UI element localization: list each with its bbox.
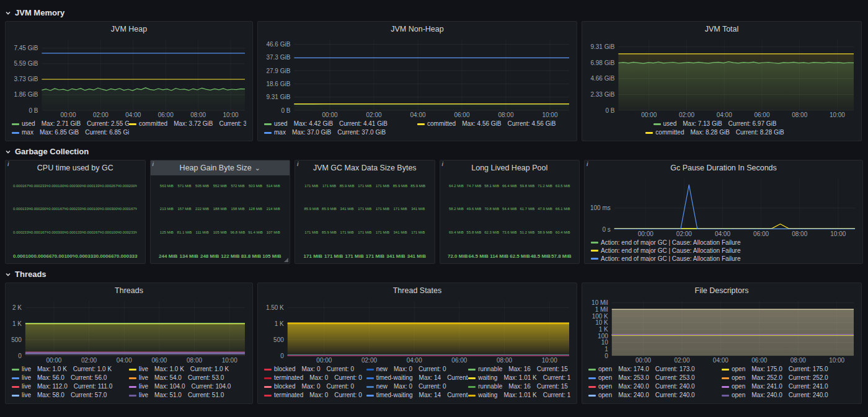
series-current: Current: 240.0 [655,382,695,391]
stat-value: 552 MiB [211,184,229,188]
file-descriptors-chart[interactable]: 01101001 K10 K100 K1 Mil10 Mil00:0002:00… [586,298,857,364]
panel-header[interactable]: CPU time used by GC [6,160,145,175]
legend-item[interactable]: liveMax: 58.0Current: 57.0 [12,391,129,400]
gc-pause-chart[interactable]: 0 s100 ms00:0002:0004:0006:0008:0010:00 [588,175,859,238]
legend-item[interactable]: timed-waitingMax: 14Current: 13 [366,391,469,400]
stat-value: 0.000267% [84,230,102,234]
legend-item[interactable]: liveMax: 1.0 KCurrent: 1.0 K [12,365,129,374]
legend-item[interactable]: usedMax: 7.13 GiBCurrent: 6.97 GiB [653,120,777,128]
info-icon[interactable]: i [442,161,444,167]
stat-value: 157 MiB [175,207,193,211]
stat-value: 111 MiB [193,230,211,234]
section-header-garbage-collection[interactable]: Garbage Collection [5,143,863,160]
legend-item[interactable]: liveMax: 1.0 KCurrent: 1.0 K [129,365,246,374]
legend-item[interactable]: openMax: 240.0Current: 240.0 [588,382,722,391]
legend-item[interactable]: blockedMax: 0Current: 0 [264,365,366,374]
series-color-swatch [722,386,729,388]
stat-value: 0.000233% [31,184,49,188]
series-max: Max: 240.0 [618,391,649,400]
legend-item[interactable]: committedMax: 8.28 GiBCurrent: 8.28 GiB [645,128,784,137]
svg-text:02:00: 02:00 [676,230,692,237]
stat-row: 58.2 MiB49.6 MiB70.8 MiB54.4 MiB61.7 MiB… [448,207,572,211]
legend-item[interactable]: Action: end of major GC | Cause: Allocat… [591,255,856,261]
info-icon[interactable]: i [7,161,9,167]
legend-item[interactable]: openMax: 175.0Current: 175.0 [722,365,855,374]
series-current: Current: 13 [447,391,468,400]
legend-item[interactable]: openMax: 241.0Current: 241.0 [722,382,855,391]
legend-item[interactable]: liveMax: 104.0Current: 104.0 [129,382,246,391]
panel-header[interactable]: File Descriptors [582,283,861,298]
series-name: open [732,391,745,400]
svg-text:0 s: 0 s [602,226,610,233]
info-icon[interactable]: i [153,161,154,167]
legend-item[interactable]: waitingMax: 1.01 KCurrent: 1.01 K [468,374,570,382]
legend-item[interactable]: liveMax: 56.0Current: 56.0 [12,374,129,382]
panel-header[interactable]: JVM Total [582,22,861,37]
svg-text:27.9 GiB: 27.9 GiB [266,68,290,74]
legend-item[interactable]: committedMax: 4.56 GiBCurrent: 4.56 GiB [417,120,570,128]
legend-item[interactable]: committedMax: 3.72 GiBCurrent: 3.72 GiB [129,120,246,128]
legend-item[interactable]: Action: end of major GC | Cause: Allocat… [591,239,856,247]
svg-text:0 B: 0 B [281,107,290,114]
legend-item[interactable]: newMax: 0Current: 0 [366,365,469,374]
panel-header[interactable]: JVM Heap [6,22,252,37]
legend-item[interactable]: runnableMax: 16Current: 15 [468,365,570,374]
legend-item[interactable]: Action: end of major GC | Cause: Allocat… [591,247,856,255]
legend-item[interactable]: terminatedMax: 0Current: 0 [264,374,366,382]
legend-item[interactable]: openMax: 174.0Current: 173.0 [588,365,722,374]
info-icon[interactable]: i [297,161,299,167]
jvm-heap-chart[interactable]: 0 B1.86 GiB3.73 GiB5.59 GiB7.45 GiB00:00… [9,37,249,119]
series-name: waiting [478,391,497,400]
stat-value: 85.9 MiB [321,230,339,234]
legend-item[interactable]: liveMax: 112.0Current: 111.0 [12,382,129,391]
legend-item[interactable]: runnableMax: 16Current: 15 [468,382,570,391]
panel-title: CPU time used by GC [37,164,113,172]
stat-value: 0.000300% [102,207,120,211]
thread-states-chart[interactable]: 05001 K1.50 K00:0002:0004:0006:0008:0010… [262,298,573,364]
panel-header[interactable]: Thread States [258,283,577,298]
section-header-threads[interactable]: Threads [5,265,863,283]
panel-header[interactable]: Gc Pause Duration In Seconds [585,160,862,175]
legend: blockedMax: 0Current: 0newMax: 0Current:… [262,364,573,402]
series-name: blocked [274,382,295,391]
panel-header[interactable]: JVM Non-Heap [258,22,577,37]
legend-item[interactable]: maxMax: 37.0 GiBCurrent: 37.0 GiB [264,128,417,137]
legend-item[interactable]: terminatedMax: 0Current: 0 [264,391,366,400]
svg-text:0 B: 0 B [29,107,38,114]
stat-value: 171 MiB [356,230,374,234]
threads-chart[interactable]: 05001 K2 K00:0002:0004:0006:0008:0010:00 [9,298,249,364]
legend-item[interactable]: maxMax: 6.85 GiBCurrent: 6.85 GiB [12,128,129,137]
legend-item[interactable]: usedMax: 2.71 GiBCurrent: 2.55 GiB [12,120,129,128]
row-threads: Threads 05001 K2 K00:0002:0004:0006:0008… [5,283,863,404]
info-icon[interactable]: i [587,161,588,167]
section-header-jvm-memory[interactable]: JVM Memory [5,4,863,21]
svg-text:1: 1 [604,346,608,353]
legend-item[interactable]: liveMax: 54.0Current: 53.0 [129,374,246,382]
jvm-non-heap-chart[interactable]: 0 B9.31 GiB18.6 GiB27.9 GiB37.3 GiB46.6 … [262,37,573,119]
legend-item[interactable]: openMax: 253.0Current: 253.0 [588,374,722,382]
legend-item[interactable]: blockedMax: 0Current: 0 [264,382,366,391]
legend-item[interactable]: openMax: 240.0Current: 240.0 [588,391,722,400]
section-title: Threads [15,270,46,279]
panel-header[interactable]: Threads [6,283,252,298]
series-max: Max: 0 [394,382,412,391]
legend-item[interactable]: liveMax: 51.0Current: 51.0 [129,391,246,400]
series-color-swatch [366,369,374,371]
legend-item[interactable]: newMax: 0Current: 0 [366,382,469,391]
panel-header[interactable]: JVM GC Max Data Size Bytes [295,160,435,175]
panel-header[interactable]: Heap Gain Byte Size ⌄ [151,160,290,175]
stat-row: 125 MiB81.1 MiB111 MiB105 MiB96.8 MiB91.… [158,230,283,234]
legend-item[interactable]: waitingMax: 1.01 KCurrent: 1.01 K [468,391,570,400]
stat-value: 0.000300% [48,230,66,234]
series-current: Current: 56.0 [71,374,107,382]
panel-header[interactable]: Long Lived Heap Pool [440,160,580,175]
legend-item[interactable]: timed-waitingMax: 14Current: 13 [366,374,469,382]
series-max: Max: 175.0 [751,365,782,374]
panel-resize-handle[interactable] [284,258,288,262]
legend-item[interactable]: openMax: 240.0Current: 240.0 [722,391,855,400]
series-color-swatch [468,369,476,371]
legend-item[interactable]: openMax: 252.0Current: 252.0 [722,374,855,382]
legend-item[interactable]: usedMax: 4.42 GiBCurrent: 4.41 GiB [264,120,417,128]
jvm-total-chart[interactable]: 0 B2.33 GiB4.66 GiB6.98 GiB9.31 GiB00:00… [586,37,857,119]
series-max: Max: 7.13 GiB [683,120,722,128]
